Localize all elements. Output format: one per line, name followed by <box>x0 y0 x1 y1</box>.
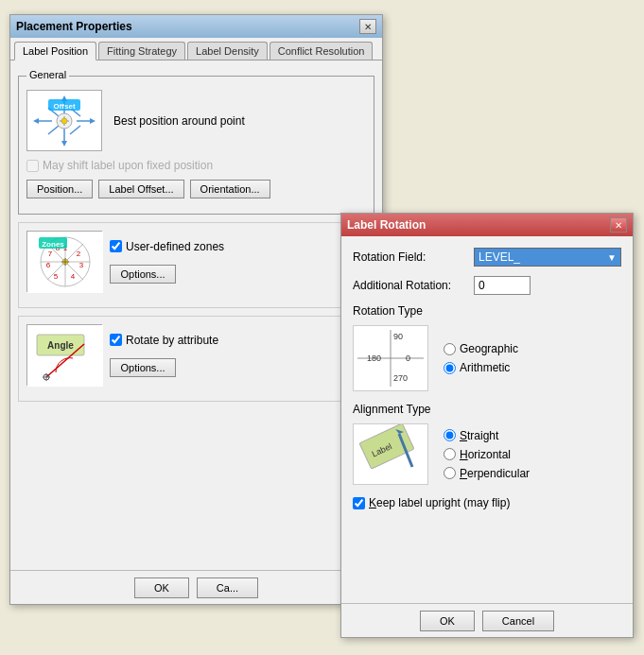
rotate-controls: Rotate by attribute Options... <box>110 334 366 377</box>
svg-text:6: 6 <box>46 261 51 269</box>
straight-radio[interactable] <box>444 429 456 441</box>
svg-text:90: 90 <box>393 332 403 341</box>
angle-diagram: Angle <box>27 325 103 387</box>
rotation-diagram-svg: 90 0 270 180 <box>354 326 427 390</box>
user-zones-label: User-defined zones <box>126 240 224 253</box>
rotation-field-label: Rotation Field: <box>353 250 466 264</box>
zones-section: 1 2 3 4 5 6 7 8 Zones <box>26 231 366 292</box>
rotation-type-radios: Geographic Arithmetic <box>444 342 518 374</box>
best-position-section: Offset Best position around point <box>26 90 366 151</box>
arithmetic-label: Arithmetic <box>460 361 510 374</box>
perpendicular-label: Perpendicular <box>460 467 530 480</box>
placement-footer: OK Ca... <box>10 570 382 604</box>
close-button[interactable]: ✕ <box>359 19 376 34</box>
label-rotation-window: Label Rotation ✕ Rotation Field: LEVEL_ … <box>340 213 634 638</box>
perpendicular-radio-row: Perpendicular <box>444 467 530 480</box>
zones-options-button[interactable]: Options... <box>110 265 176 284</box>
rotate-attr-row: Rotate by attribute <box>110 334 366 347</box>
geographic-label: Geographic <box>460 342 518 355</box>
alignment-type-section: Alignment Type Label <box>353 403 621 485</box>
may-shift-checkbox[interactable] <box>26 160 39 172</box>
rotation-content: Rotation Field: LEVEL_ ▼ Additional Rota… <box>341 236 633 532</box>
rotate-attr-label: Rotate by attribute <box>126 334 218 347</box>
placement-content: General <box>10 60 382 596</box>
keep-upright-label: Keep label upright (may flip) <box>369 496 510 509</box>
svg-text:7: 7 <box>48 250 53 258</box>
svg-text:4: 4 <box>71 272 76 281</box>
zones-controls: User-defined zones Options... <box>110 240 366 284</box>
offset-icon-box: Offset <box>26 90 102 151</box>
rotation-type-section: Rotation Type 90 0 270 180 <box>353 304 621 391</box>
placement-properties-window: Placement Properties ✕ Label Position Fi… <box>9 14 383 605</box>
alignment-type-radios: Straight Horizontal Perpendicular <box>444 429 530 480</box>
tab-bar: Label Position Fitting Strategy Label De… <box>10 38 382 60</box>
rotation-type-label: Rotation Type <box>353 304 621 318</box>
geographic-radio-row: Geographic <box>444 342 518 355</box>
alignment-diagram-svg: Label <box>354 424 427 484</box>
svg-text:180: 180 <box>367 353 381 363</box>
horizontal-label: Horizontal <box>460 448 511 461</box>
additional-rotation-input[interactable] <box>474 276 531 295</box>
placement-ok-button[interactable]: OK <box>134 577 189 598</box>
svg-text:270: 270 <box>393 373 408 383</box>
placement-title: Placement Properties <box>16 20 132 33</box>
general-group-label: General <box>26 69 69 80</box>
rotation-field-value: LEVEL_ <box>479 250 520 264</box>
svg-text:0: 0 <box>406 353 410 363</box>
rotate-section: Angle Rotate by attribute <box>26 324 366 386</box>
user-zones-row: User-defined zones <box>110 240 366 253</box>
horizontal-radio[interactable] <box>444 448 456 460</box>
rotation-type-diagram: 90 0 270 180 <box>353 325 428 391</box>
svg-text:5: 5 <box>54 272 59 281</box>
dropdown-arrow-icon: ▼ <box>607 252 617 263</box>
placement-cancel-button[interactable]: Ca... <box>197 577 258 598</box>
rotation-field-dropdown[interactable]: LEVEL_ ▼ <box>474 248 621 267</box>
rotate-attr-checkbox[interactable] <box>110 334 122 346</box>
general-group: General <box>18 76 374 215</box>
rotation-ok-button[interactable]: OK <box>420 611 475 631</box>
offset-icon: Offset <box>31 94 97 148</box>
svg-text:2: 2 <box>77 250 81 258</box>
svg-text:Angle: Angle <box>47 340 74 351</box>
additional-rotation-row: Additional Rotation: <box>353 276 621 295</box>
svg-point-18 <box>61 118 67 124</box>
tab-label-position[interactable]: Label Position <box>14 42 96 60</box>
user-zones-checkbox[interactable] <box>110 240 122 252</box>
rotation-close-button[interactable]: ✕ <box>610 217 627 233</box>
rotation-type-grid: 90 0 270 180 Geographic Arithmetic <box>353 325 621 391</box>
zones-group: 1 2 3 4 5 6 7 8 Zones <box>18 222 374 308</box>
rotation-title: Label Rotation <box>347 218 426 232</box>
rotate-options-button[interactable]: Options... <box>110 358 176 377</box>
geographic-radio[interactable] <box>444 343 456 355</box>
rotation-cancel-button[interactable]: Cancel <box>482 611 554 631</box>
svg-text:Zones: Zones <box>42 240 64 249</box>
keep-upright-row: Keep label upright (may flip) <box>353 496 621 509</box>
zones-diagram: 1 2 3 4 5 6 7 8 Zones <box>27 232 103 293</box>
keep-upright-checkbox[interactable] <box>353 497 365 509</box>
straight-label: Straight <box>460 429 498 442</box>
alignment-type-label: Alignment Type <box>353 403 621 416</box>
rotation-field-row: Rotation Field: LEVEL_ ▼ <box>353 248 621 267</box>
rotation-title-bar: Label Rotation ✕ <box>341 214 633 236</box>
additional-rotation-label: Additional Rotation: <box>353 279 466 292</box>
may-shift-row: May shift label upon fixed position <box>26 159 366 172</box>
angle-icon-box: Angle <box>26 324 102 386</box>
orientation-button[interactable]: Orientation... <box>190 180 270 198</box>
rotate-group: Angle Rotate by attribute <box>18 316 374 402</box>
rotation-footer: OK Cancel <box>341 603 633 637</box>
label-offset-button[interactable]: Label Offset... <box>98 180 183 198</box>
horizontal-radio-row: Horizontal <box>444 448 530 461</box>
svg-text:Offset: Offset <box>53 102 75 111</box>
title-bar-controls: ✕ <box>359 19 376 34</box>
position-buttons: Position... Label Offset... Orientation.… <box>26 180 366 198</box>
arithmetic-radio[interactable] <box>444 362 456 374</box>
placement-title-bar: Placement Properties ✕ <box>10 15 382 38</box>
perpendicular-radio[interactable] <box>444 467 456 479</box>
tab-conflict-resolution[interactable]: Conflict Resolution <box>270 42 374 60</box>
position-button[interactable]: Position... <box>26 180 93 198</box>
alignment-diagram-box: Label <box>353 423 428 485</box>
zones-icon-box: 1 2 3 4 5 6 7 8 Zones <box>26 231 102 292</box>
tab-label-density[interactable]: Label Density <box>187 42 268 60</box>
tab-fitting-strategy[interactable]: Fitting Strategy <box>98 42 185 60</box>
may-shift-label: May shift label upon fixed position <box>43 159 213 172</box>
